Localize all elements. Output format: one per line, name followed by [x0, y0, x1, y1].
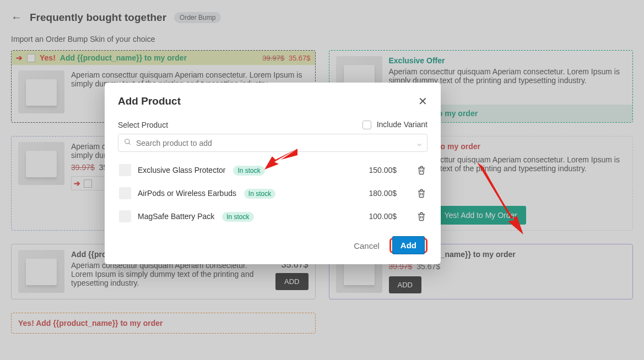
- close-icon[interactable]: ✕: [418, 95, 427, 108]
- add-button-highlight: Add: [389, 238, 427, 253]
- product-thumb: [119, 210, 131, 222]
- product-price: 100.00$: [342, 212, 397, 221]
- product-row[interactable]: MagSafe Battery Pack In stock 100.00$: [118, 205, 427, 228]
- svg-marker-2: [264, 149, 297, 170]
- annotation-arrow-icon: [264, 144, 303, 172]
- add-product-modal: Add Product ✕ Select Product Include Var…: [105, 83, 441, 264]
- stock-badge: In stock: [233, 166, 264, 176]
- product-thumb: [119, 187, 131, 199]
- modal-actions: Cancel Add: [118, 238, 427, 253]
- trash-icon[interactable]: [416, 165, 426, 175]
- product-price: 180.00$: [342, 189, 397, 198]
- svg-marker-5: [477, 162, 510, 215]
- include-variant-checkbox[interactable]: [362, 121, 371, 129]
- select-row: Select Product Include Variant: [118, 120, 427, 129]
- include-variant-label: Include Variant: [377, 120, 427, 129]
- product-name: AirPods or Wireless Earbuds In stock: [138, 189, 335, 198]
- stock-badge: In stock: [222, 212, 253, 222]
- trash-icon[interactable]: [416, 211, 426, 221]
- product-name: Exclusive Glass Protector In stock: [138, 166, 335, 174]
- product-row[interactable]: AirPods or Wireless Earbuds In stock 180…: [118, 182, 427, 205]
- product-name-text: Exclusive Glass Protector: [138, 166, 226, 174]
- modal-header: Add Product ✕: [118, 95, 427, 108]
- annotation-arrow-icon: [472, 160, 527, 237]
- svg-point-0: [125, 139, 129, 144]
- include-variant-toggle[interactable]: Include Variant: [362, 120, 427, 129]
- product-name: MagSafe Battery Pack In stock: [138, 212, 335, 221]
- stock-badge: In stock: [244, 189, 275, 199]
- svg-line-1: [129, 143, 131, 145]
- search-icon: [124, 138, 132, 148]
- select-product-label: Select Product: [118, 121, 168, 129]
- cancel-button[interactable]: Cancel: [354, 241, 380, 250]
- product-name-text: MagSafe Battery Pack: [138, 212, 214, 221]
- chevron-down-icon[interactable]: ⌵: [417, 139, 421, 148]
- trash-icon[interactable]: [416, 188, 426, 198]
- add-button[interactable]: Add: [392, 236, 425, 254]
- svg-marker-3: [281, 149, 297, 160]
- product-name-text: AirPods or Wireless Earbuds: [138, 189, 236, 198]
- modal-title: Add Product: [118, 95, 181, 107]
- product-price: 150.00$: [342, 166, 397, 174]
- product-thumb: [119, 164, 131, 176]
